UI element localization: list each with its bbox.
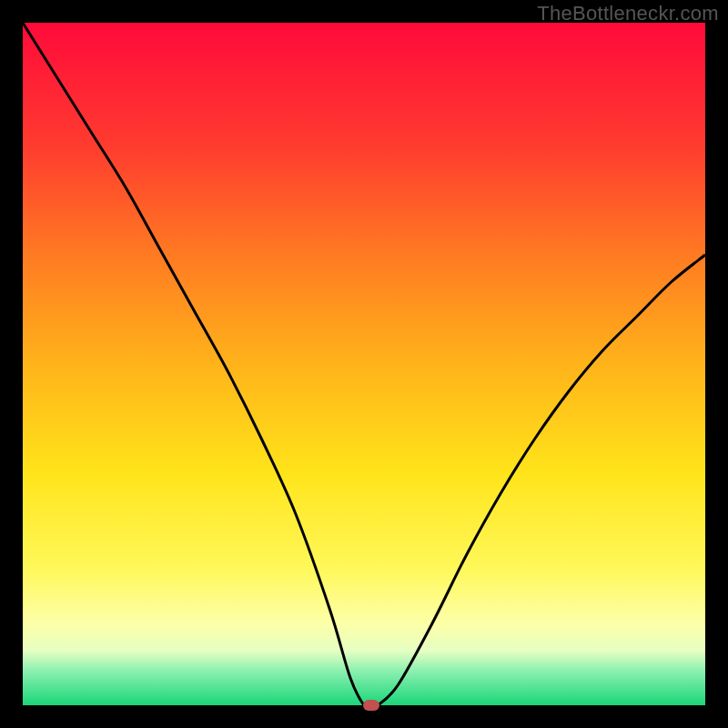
watermark-text: TheBottleneckr.com bbox=[537, 2, 719, 25]
curve-svg bbox=[23, 23, 705, 705]
chart-frame: TheBottleneckr.com bbox=[0, 0, 728, 728]
plot-area bbox=[23, 23, 705, 705]
bottleneck-marker bbox=[363, 700, 379, 711]
curve-path bbox=[23, 23, 705, 705]
